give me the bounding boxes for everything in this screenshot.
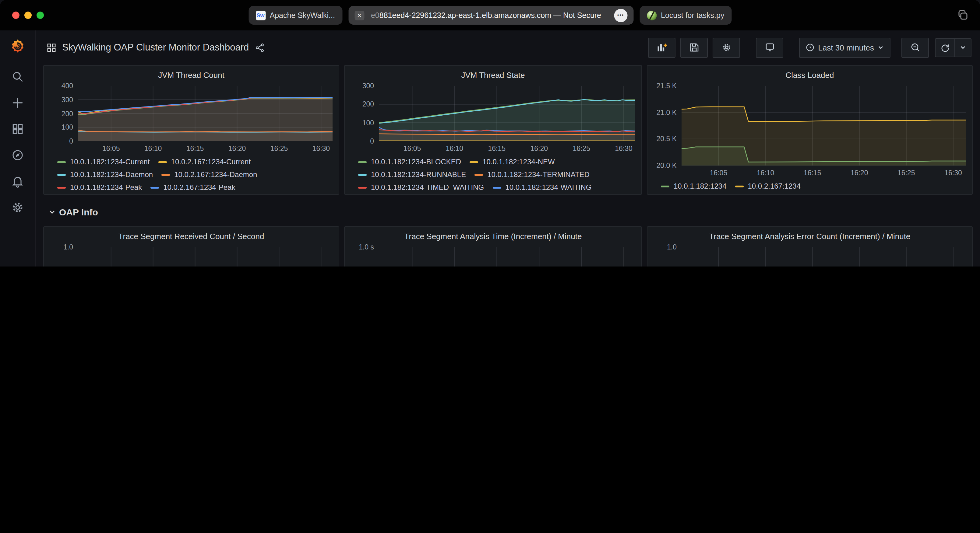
chart-svg xyxy=(78,86,332,141)
legend-item[interactable]: 10.0.1.182:1234-Daemon xyxy=(57,170,153,179)
share-icon[interactable] xyxy=(255,43,264,52)
chart-area[interactable] xyxy=(78,86,332,141)
page-title[interactable]: SkyWalking OAP Cluster Monitor Dashboard xyxy=(62,42,249,53)
tab-overview-icon[interactable] xyxy=(957,9,969,21)
y-axis: 1.00.50-0.5-1.0 xyxy=(654,247,682,266)
save-dashboard-button[interactable] xyxy=(680,37,708,57)
chart-area[interactable]: No data xyxy=(379,247,635,266)
legend-item[interactable]: 10.0.1.182:1234-NEW xyxy=(469,158,555,166)
x-tick-label: 16:20 xyxy=(851,169,868,176)
legend-item[interactable]: 10.0.1.182:1234-Current xyxy=(57,158,150,166)
chart-area[interactable] xyxy=(682,86,966,165)
chart-panel: Trace Segment Analysis Error Count (Incr… xyxy=(647,226,973,266)
add-panel-button[interactable] xyxy=(648,37,676,57)
panel-title[interactable]: Trace Segment Analysis Error Count (Incr… xyxy=(654,230,966,244)
refresh-interval-dropdown[interactable] xyxy=(955,39,971,56)
y-tick-label: 1.0 xyxy=(667,243,677,251)
panel-title[interactable]: Trace Segment Analysis Time (Increment) … xyxy=(351,230,635,244)
legend-item[interactable]: 10.0.1.182:1234-RUNNABLE xyxy=(358,170,466,179)
chart-area[interactable]: No data xyxy=(78,247,332,266)
legend-color-swatch xyxy=(474,174,483,176)
tab-url-host: 881eed4-22961232.ap-east-1.elb.amazonaws… xyxy=(379,11,551,19)
panel-plot: 1.0 s500 ms0 s-500 ms-1.0 s No data 16:0… xyxy=(351,247,635,266)
x-tick-label: 16:10 xyxy=(757,169,775,176)
y-tick-label: 100 xyxy=(363,119,374,126)
y-axis: 3002001000 xyxy=(351,86,379,141)
skywalking-favicon-icon: Sw xyxy=(256,10,266,20)
dashboard-header: SkyWalking OAP Cluster Monitor Dashboard… xyxy=(36,30,980,65)
tab-active-address[interactable]: ✕ e0881eed4-22961232.ap-east-1.elb.amazo… xyxy=(348,6,633,25)
grafana-logo[interactable] xyxy=(10,39,25,54)
window-zoom-button[interactable] xyxy=(37,11,44,19)
section-title: OAP Info xyxy=(59,206,98,217)
x-axis: 16:0516:1016:1516:2016:2516:30 xyxy=(78,141,332,156)
dashboard-settings-button[interactable] xyxy=(713,37,740,57)
section-header-oap-info[interactable]: OAP Info xyxy=(49,201,973,223)
legend-item[interactable]: 10.0.1.182:1234-BLOCKED xyxy=(358,158,461,166)
legend-item[interactable]: 10.0.2.167:1234-Peak xyxy=(150,183,235,190)
x-tick-label: 16:05 xyxy=(404,145,421,152)
panel-plot: 3002001000 16:0516:1016:1516:2016:2516:3… xyxy=(351,86,635,156)
configuration-gear-icon[interactable] xyxy=(10,200,25,215)
create-plus-icon[interactable] xyxy=(10,95,25,110)
panel-plot: 1.00.50-0.5-1.0 No data 16:0516:1016:151… xyxy=(654,247,966,266)
panel-title[interactable]: Trace Segment Received Count / Second xyxy=(50,230,332,244)
y-tick-label: 300 xyxy=(62,96,73,103)
legend-label: 10.0.2.167:1234-Peak xyxy=(163,183,235,190)
panel-title[interactable]: JVM Thread Count xyxy=(50,69,332,83)
x-tick-label: 16:30 xyxy=(312,145,330,152)
chart-area[interactable] xyxy=(379,86,635,141)
legend-item[interactable]: 10.0.2.167:1234-Current xyxy=(158,158,251,166)
legend-item[interactable]: 10.0.1.182:1234 xyxy=(661,182,727,190)
legend-item[interactable]: 10.0.1.182:1234-TERMINATED xyxy=(474,170,590,179)
legend-item[interactable]: 10.0.1.182:1234-WAITING xyxy=(492,183,592,190)
chart-svg xyxy=(682,86,966,165)
legend-item[interactable]: 10.0.2.167:1234-Daemon xyxy=(161,170,257,179)
tab-url-dim-prefix: e0 xyxy=(371,11,379,19)
time-range-picker[interactable]: Last 30 minutes xyxy=(799,37,891,57)
legend-label: 10.0.1.182:1234-Peak xyxy=(70,183,142,190)
explore-compass-icon[interactable] xyxy=(10,148,25,162)
dashboard-canvas: JVM Thread Count 4003002001000 16:0516:1… xyxy=(36,65,980,266)
x-tick-label: 16:15 xyxy=(186,145,204,152)
x-tick-label: 16:30 xyxy=(944,169,962,176)
panel-title[interactable]: Class Loaded xyxy=(654,69,966,83)
search-icon[interactable] xyxy=(10,69,25,84)
cycle-view-mode-button[interactable] xyxy=(756,37,783,57)
x-axis: 16:0516:1016:1516:2016:2516:30 xyxy=(682,165,966,180)
tab-locust[interactable]: Locust for tasks.py xyxy=(640,6,732,25)
legend-item[interactable]: 10.0.2.167:1234 xyxy=(735,182,801,190)
window-controls xyxy=(12,11,44,19)
legend-label: 10.0.1.182:1234-BLOCKED xyxy=(371,158,461,166)
alerting-bell-icon[interactable] xyxy=(10,174,25,189)
zoom-out-time-button[interactable] xyxy=(901,37,929,57)
legend-color-swatch xyxy=(358,174,367,176)
tab-apache-skywalking[interactable]: Sw Apache SkyWalki... xyxy=(248,6,342,25)
panel-plot: 1.00.50-0.5-1.0 No data 16:0516:1016:151… xyxy=(50,247,332,266)
y-tick-label: 200 xyxy=(62,110,73,117)
legend-color-swatch xyxy=(358,161,367,163)
dashboards-icon[interactable] xyxy=(10,122,25,136)
x-tick-label: 16:10 xyxy=(144,145,162,152)
tab-url: e0881eed4-22961232.ap-east-1.elb.amazona… xyxy=(371,11,601,19)
x-tick-label: 16:25 xyxy=(573,145,590,152)
locust-favicon-icon xyxy=(647,10,657,20)
legend-item[interactable]: 10.0.1.182:1234-TIMED_WAITING xyxy=(358,183,484,190)
tab-more-icon[interactable]: ••• xyxy=(614,8,627,22)
chart-area[interactable]: No data xyxy=(682,247,966,266)
x-axis: 16:0516:1016:1516:2016:2516:30 xyxy=(379,141,635,156)
panel-legend: 10.0.1.182:1234-Current10.0.2.167:1234-C… xyxy=(50,156,332,190)
legend-label: 10.0.1.182:1234-WAITING xyxy=(505,183,592,190)
tab-close-icon[interactable]: ✕ xyxy=(355,10,364,20)
legend-color-swatch xyxy=(492,187,501,188)
tab-security-status: — Not Secure xyxy=(551,11,601,19)
legend-item[interactable]: 10.0.1.182:1234-Peak xyxy=(57,183,142,190)
panel-legend: 10.0.1.182:1234-BLOCKED10.0.1.182:1234-N… xyxy=(351,156,635,190)
window-minimize-button[interactable] xyxy=(24,11,32,19)
refresh-button[interactable] xyxy=(935,39,955,56)
chart-panel: Trace Segment Received Count / Second 1.… xyxy=(43,226,339,266)
browser-titlebar: Sw Apache SkyWalki... ✕ e0881eed4-229612… xyxy=(0,0,980,30)
window-close-button[interactable] xyxy=(12,11,19,19)
panel-title[interactable]: JVM Thread State xyxy=(351,69,635,83)
panel-plot: 21.5 K21.0 K20.5 K20.0 K 16:0516:1016:15… xyxy=(654,86,966,180)
